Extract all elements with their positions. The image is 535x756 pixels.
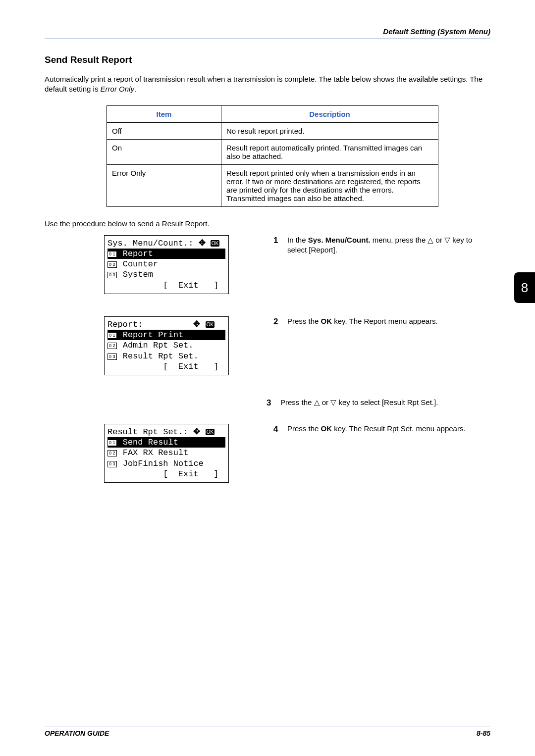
- settings-table: Item Description Off No result report pr…: [107, 105, 438, 207]
- lcd1-exit: [ Exit ]: [107, 280, 225, 291]
- procedure-intro: Use the procedure below to send a Result…: [45, 219, 490, 228]
- chapter-title: Default Setting (System Menu): [383, 27, 490, 36]
- lcd2-item-2: 0 2 Admin Rpt Set.: [107, 340, 225, 351]
- chapter-thumb-tab: 8: [514, 272, 535, 303]
- step-2: 2 Press the OK key. The Report menu appe…: [273, 316, 490, 328]
- lcd-screen-3: Result Rpt Set.: ✥ OK 0 1 Send Result 0 …: [104, 424, 229, 483]
- cell-desc: Result report printed only when a transm…: [221, 164, 438, 206]
- lcd2-exit: [ Exit ]: [107, 361, 225, 372]
- cell-item: On: [107, 139, 221, 164]
- lcd2-item-1: 0 1 Report Print: [107, 330, 225, 340]
- lcd1-item-3: 0 3 System: [107, 269, 225, 280]
- nav-arrows-icon: ✥: [193, 319, 200, 329]
- nav-arrows-icon: ✥: [199, 238, 206, 248]
- step-4: 4 Press the OK key. The Result Rpt Set. …: [273, 424, 490, 435]
- section-title: Send Result Report: [45, 54, 490, 65]
- down-triangle-icon: ▽: [330, 398, 336, 406]
- lcd2-item-3: 0 3 Result Rpt Set.: [107, 351, 225, 361]
- th-item: Item: [107, 105, 221, 122]
- lcd3-item-2: 0 2 FAX RX Result: [107, 448, 225, 458]
- intro-text: Automatically print a report of transmis…: [45, 74, 490, 95]
- ok-icon: OK: [211, 240, 219, 247]
- footer-rule: [45, 726, 490, 726]
- lcd1-item-1: 0 1 Report: [107, 249, 225, 259]
- cell-desc: No result report printed.: [221, 122, 438, 139]
- step-num-3: 3: [267, 398, 280, 409]
- cell-item: Error Only: [107, 164, 221, 206]
- intro-post: .: [134, 85, 136, 93]
- step-num-2: 2: [273, 316, 287, 328]
- footer-left: OPERATION GUIDE: [45, 729, 109, 737]
- footer-right: 8-85: [477, 729, 490, 737]
- cell-item: Off: [107, 122, 221, 139]
- lcd3-item-3: 0 3 JobFinish Notice: [107, 458, 225, 469]
- lcd3-exit: [ Exit ]: [107, 469, 225, 479]
- table-row: Error Only Result report printed only wh…: [107, 164, 438, 206]
- header-rule: [45, 39, 490, 39]
- lcd-screen-2: Report: ✥ OK 0 1 Report Print 0 2 Admin …: [104, 316, 229, 375]
- lcd2-title: Report:: [107, 320, 143, 329]
- lcd1-title: Sys. Menu/Count.:: [107, 239, 193, 248]
- nav-arrows-icon: ✥: [193, 427, 200, 436]
- ok-icon: OK: [206, 321, 214, 328]
- lcd1-item-2: 0 2 Counter: [107, 259, 225, 269]
- step-num-1: 1: [273, 235, 287, 247]
- lcd3-item-1: 0 1 Send Result: [107, 437, 225, 448]
- up-triangle-icon: △: [314, 398, 320, 406]
- ok-icon: OK: [206, 429, 214, 435]
- down-triangle-icon: ▽: [444, 236, 450, 244]
- cell-desc: Result report automatically printed. Tra…: [221, 139, 438, 164]
- step-3: 3 Press the △ or ▽ key to select [Result…: [267, 398, 490, 409]
- table-row: Off No result report printed.: [107, 122, 438, 139]
- up-triangle-icon: △: [428, 236, 433, 244]
- lcd3-title: Result Rpt Set.:: [107, 427, 188, 437]
- step-1: 1 In the Sys. Menu/Count. menu, press th…: [273, 235, 490, 255]
- lcd-screen-1: Sys. Menu/Count.: ✥ OK 0 1 Report 0 2 Co…: [104, 235, 229, 294]
- table-row: On Result report automatically printed. …: [107, 139, 438, 164]
- step-num-4: 4: [273, 424, 287, 435]
- intro-em: Error Only: [101, 85, 134, 93]
- th-desc: Description: [221, 105, 438, 122]
